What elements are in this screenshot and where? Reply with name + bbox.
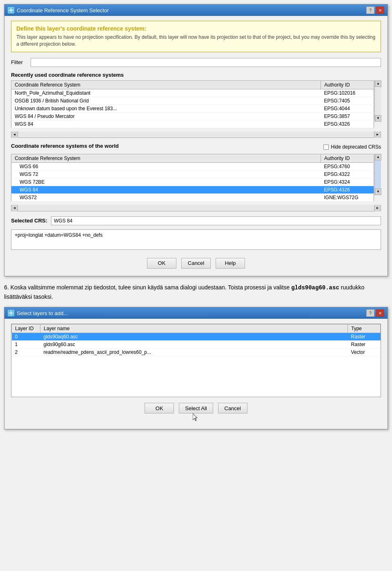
crs-id: IGNE:WGS72G xyxy=(321,193,374,201)
selected-crs-row: Selected CRS: WGS 84 xyxy=(11,216,381,225)
world-scroll-left-btn[interactable]: ◄ xyxy=(11,205,18,211)
world-header-row: Coordinate reference systems of the worl… xyxy=(11,143,381,151)
hide-deprecated-row: Hide deprecated CRSs xyxy=(323,144,381,150)
close-title-btn[interactable]: ✕ xyxy=(376,7,384,14)
list-item[interactable]: 0 glds90aq60.asc Raster xyxy=(12,333,381,341)
world-crs-scrollbar-v[interactable]: ▲ ▼ xyxy=(374,154,381,195)
h-scrollbar-track xyxy=(18,131,374,138)
crs-title-bar: Coordinate Reference System Selector ? ✕ xyxy=(4,4,388,16)
filter-input[interactable] xyxy=(31,58,381,67)
layers-table-wrapper: Layer ID Layer name Type 0 glds90aq60.as… xyxy=(11,324,381,397)
scroll-thumb[interactable] xyxy=(375,160,381,189)
crs-id: EPSG:4324 xyxy=(321,178,374,186)
layer-name-cell: glds90g60.asc xyxy=(40,341,348,349)
table-row[interactable]: WGS 84 EPSG:4326 xyxy=(11,120,374,128)
layers-help-title-btn[interactable]: ? xyxy=(366,309,374,317)
table-row[interactable]: WGS 72 EPSG:4322 xyxy=(11,170,374,178)
crs-name: OSGB 1936 / British National Grid xyxy=(11,97,321,104)
table-row[interactable]: WGS 84 EPSG:4326 xyxy=(11,186,374,193)
cancel-button[interactable]: Cancel xyxy=(181,258,211,269)
crs-id: EPSG:4044 xyxy=(321,104,374,112)
recently-used-col-id: Authority ID xyxy=(321,80,374,89)
table-row[interactable]: WGS72 IGNE:WGS72G xyxy=(11,193,374,201)
layers-table: Layer ID Layer name Type 0 glds90aq60.as… xyxy=(11,324,381,356)
crs-id: EPSG:4760 xyxy=(321,162,374,170)
layers-ok-button[interactable]: OK xyxy=(145,403,174,413)
title-bar-left: Coordinate Reference System Selector xyxy=(8,7,109,13)
hide-deprecated-label: Hide deprecated CRSs xyxy=(331,144,381,150)
filter-label: Filter xyxy=(11,59,27,65)
layers-title-bar-left: Select layers to add... xyxy=(8,310,68,316)
layer-id-cell: 0 xyxy=(12,333,40,341)
scroll-up-btn[interactable]: ▲ xyxy=(375,80,381,87)
crs-window-content: Define this layer's coordinate reference… xyxy=(4,16,388,276)
info-box-text: This layer appears to have no projection… xyxy=(16,34,376,48)
hide-deprecated-checkbox[interactable] xyxy=(323,144,329,150)
ok-button[interactable]: OK xyxy=(147,258,176,269)
table-row[interactable]: Unknown datum based upon the Everest 183… xyxy=(11,104,374,112)
world-scroll-right-btn[interactable]: ► xyxy=(374,205,381,211)
crs-name: WGS 84 xyxy=(11,186,321,193)
world-crs-table-wrapper: Coordinate Reference System Authority ID… xyxy=(11,154,381,202)
scroll-down-btn-world[interactable]: ▼ xyxy=(375,189,381,195)
crs-btn-row: OK Cancel Help xyxy=(11,256,381,271)
layers-cancel-button[interactable]: Cancel xyxy=(218,403,247,413)
list-item[interactable]: 1 glds90g60.asc Raster xyxy=(12,341,381,349)
scroll-up-btn-world[interactable]: ▲ xyxy=(375,154,381,160)
selected-crs-label: Selected CRS: xyxy=(11,218,48,224)
world-col-id: Authority ID xyxy=(321,154,374,162)
proj-string-box: +proj=longlat +datum=WGS84 +no_defs xyxy=(11,229,381,250)
table-row[interactable]: WGS 66 EPSG:4760 xyxy=(11,162,374,170)
para-6-code: glds90ag60.asc xyxy=(291,284,339,291)
world-crs-table: Coordinate Reference System Authority ID… xyxy=(11,154,374,202)
recently-used-table-wrapper: Coordinate Reference System Authority ID… xyxy=(11,80,381,128)
layer-id-cell: 1 xyxy=(12,341,40,349)
layers-window-title: Select layers to add... xyxy=(17,310,68,316)
layers-title-bar-buttons: ? ✕ xyxy=(366,309,384,317)
layer-name-cell: readme/readme_pdens_ascii_prod_lowres60_… xyxy=(40,349,348,356)
scroll-right-btn[interactable]: ► xyxy=(374,131,381,138)
layers-btn-row: OK Select All Cancel xyxy=(11,400,381,416)
crs-window-title: Coordinate Reference System Selector xyxy=(17,7,109,13)
recently-used-scrollbar-v[interactable]: ▲ ▼ xyxy=(374,80,381,122)
layers-window-content: Layer ID Layer name Type 0 glds90aq60.as… xyxy=(4,319,388,429)
list-item[interactable]: 2 readme/readme_pdens_ascii_prod_lowres6… xyxy=(12,349,381,356)
layer-name-cell: glds90aq60.asc xyxy=(40,333,348,341)
table-row[interactable]: North_Pole_Azimuthal_Equidistant EPSG:10… xyxy=(11,89,374,97)
crs-name: North_Pole_Azimuthal_Equidistant xyxy=(11,89,321,97)
selected-crs-value: WGS 84 xyxy=(51,216,381,225)
col-layer-id: Layer ID xyxy=(12,324,40,333)
info-box-title: Define this layer's coordinate reference… xyxy=(16,25,376,32)
scroll-down-btn[interactable]: ▼ xyxy=(375,115,381,122)
crs-id: EPSG:102016 xyxy=(321,89,374,97)
layers-close-title-btn[interactable]: ✕ xyxy=(376,309,384,317)
col-layer-name: Layer name xyxy=(40,324,348,333)
world-h-scrollbar-track xyxy=(18,205,374,211)
layer-type-cell: Raster xyxy=(348,333,381,341)
crs-id: EPSG:4326 xyxy=(321,186,374,193)
select-all-button[interactable]: Select All xyxy=(179,403,213,413)
layers-app-icon xyxy=(8,310,14,316)
paragraph-6: 6. Koska valitsimme molemmat zip tiedost… xyxy=(4,283,388,302)
select-layers-window: Select layers to add... ? ✕ Layer ID Lay… xyxy=(4,307,388,429)
title-bar-buttons: ? ✕ xyxy=(366,7,384,14)
table-row[interactable]: WGS 84 / Pseudo Mercator EPSG:3857 xyxy=(11,112,374,120)
help-title-btn[interactable]: ? xyxy=(366,7,374,14)
scroll-left-btn[interactable]: ◄ xyxy=(11,131,18,138)
table-row[interactable]: WGS 72BE EPSG:4324 xyxy=(11,178,374,186)
crs-id: EPSG:4326 xyxy=(321,120,374,128)
help-button[interactable]: Help xyxy=(216,258,245,269)
crs-name: WGS72 xyxy=(11,193,321,201)
crs-selector-window: Coordinate Reference System Selector ? ✕… xyxy=(4,4,388,276)
crs-id: EPSG:4322 xyxy=(321,170,374,178)
app-icon xyxy=(8,7,14,13)
crs-name: WGS 66 xyxy=(11,162,321,170)
crs-name: WGS 84 / Pseudo Mercator xyxy=(11,112,321,120)
layers-title-bar: Select layers to add... ? ✕ xyxy=(4,307,388,319)
layer-id-cell: 2 xyxy=(12,349,40,356)
world-crs-header: Coordinate reference systems of the worl… xyxy=(11,143,119,149)
table-row[interactable]: OSGB 1936 / British National Grid EPSG:7… xyxy=(11,97,374,104)
recently-used-table: Coordinate Reference System Authority ID… xyxy=(11,80,374,128)
recently-used-col-crs: Coordinate Reference System xyxy=(11,80,321,89)
crs-name: WGS 72BE xyxy=(11,178,321,186)
